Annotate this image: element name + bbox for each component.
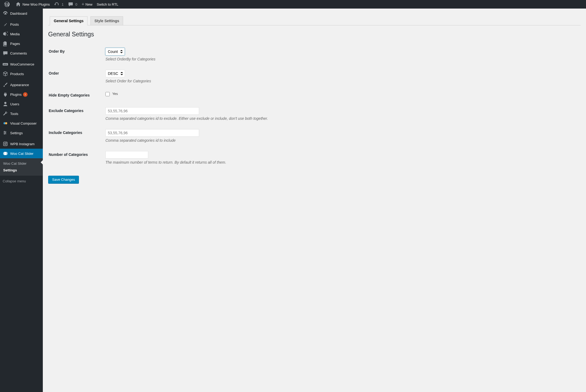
include-label: Include Categories: [49, 125, 102, 147]
exclude-label: Exclude Categories: [49, 103, 102, 125]
save-changes-button[interactable]: Save Changes: [48, 176, 79, 183]
order-select[interactable]: DESC: [105, 70, 125, 77]
svg-rect-2: [3, 142, 7, 146]
admin-sidebar: Dashboard Posts Media Pages Comments woo…: [0, 9, 43, 392]
order-by-help: Select OrderBy for Categories: [105, 57, 577, 61]
order-by-select[interactable]: Count: [105, 48, 125, 55]
updates-count: 1: [62, 2, 63, 6]
sidebar-item-posts[interactable]: Posts: [0, 20, 43, 29]
number-help: The maximum number of terms to return. B…: [105, 160, 577, 164]
site-name: New Woo Plugins: [22, 2, 50, 6]
submenu-woo-cat-slider: Woo Cat Slider Settings: [0, 158, 43, 176]
sidebar-item-label: Visual Composer: [10, 121, 37, 125]
svg-point-4: [6, 143, 7, 143]
rtl-label: Switch to RTL: [97, 2, 118, 6]
sidebar-item-appearance[interactable]: Appearance: [0, 80, 43, 90]
svg-rect-6: [3, 152, 4, 155]
sidebar-item-label: Plugins: [10, 93, 22, 97]
sidebar-item-label: Tools: [10, 112, 18, 116]
number-input[interactable]: [105, 151, 148, 159]
svg-rect-5: [4, 152, 7, 155]
comments-link[interactable]: 0: [66, 0, 79, 9]
tab-style-settings[interactable]: Style Settings: [90, 16, 123, 25]
settings-icon: [3, 130, 8, 136]
instagram-icon: [3, 141, 8, 147]
new-label: New: [85, 2, 92, 6]
wordpress-icon: [4, 2, 10, 7]
plugin-update-badge: 1: [23, 92, 28, 97]
order-label: Order: [49, 66, 102, 87]
sidebar-item-products[interactable]: Products: [0, 69, 43, 79]
sidebar-item-label: Dashboard: [10, 11, 27, 16]
sidebar-item-label: Pages: [10, 42, 20, 46]
sidebar-item-wpb-instagram[interactable]: WPB Instagram: [0, 139, 43, 149]
plug-icon: [3, 92, 8, 97]
hide-empty-label: Hide Empty Categories: [49, 88, 102, 103]
settings-form: Order By Count Select OrderBy for Catego…: [48, 43, 581, 169]
brush-icon: [3, 82, 8, 87]
order-by-label: Order By: [49, 44, 102, 65]
order-help: Select Order for Categories: [105, 79, 577, 83]
user-icon: [3, 101, 8, 107]
wrench-icon: [3, 111, 8, 116]
sidebar-item-comments[interactable]: Comments: [0, 48, 43, 58]
site-home-link[interactable]: New Woo Plugins: [13, 0, 52, 9]
sidebar-item-label: Users: [10, 102, 19, 106]
media-icon: [3, 31, 8, 37]
sidebar-item-label: Appearance: [10, 83, 29, 87]
pages-icon: [3, 41, 8, 46]
exclude-help: Comma separated categories id to exclude…: [105, 116, 577, 121]
number-label: Number of Categories: [49, 147, 102, 168]
sidebar-item-users[interactable]: Users: [0, 99, 43, 109]
switch-rtl-link[interactable]: Switch to RTL: [94, 0, 120, 9]
dashboard-icon: [3, 11, 8, 16]
svg-point-1: [5, 122, 7, 124]
wp-logo[interactable]: [2, 0, 13, 9]
products-icon: [3, 71, 8, 76]
tab-general-settings[interactable]: General Settings: [50, 16, 87, 25]
page-title: General Settings: [48, 31, 581, 38]
sidebar-item-label: Comments: [10, 51, 27, 55]
hide-empty-checkbox-wrap[interactable]: Yes: [105, 92, 118, 96]
submenu-item-settings[interactable]: Settings: [0, 167, 43, 174]
comment-icon: [68, 2, 73, 7]
sidebar-item-label: Settings: [10, 131, 23, 135]
updates-icon: [54, 2, 59, 7]
vc-icon: [3, 121, 8, 126]
new-content-link[interactable]: + New: [79, 0, 95, 9]
tabs-wrapper: General Settings Style Settings: [48, 14, 581, 25]
sidebar-item-label: Media: [10, 32, 20, 36]
main-content: General Settings Style Settings General …: [43, 9, 586, 194]
include-input[interactable]: [105, 129, 199, 137]
sidebar-item-label: WPB Instagram: [10, 142, 35, 146]
collapse-menu-button[interactable]: Collapse menu: [0, 177, 43, 185]
svg-rect-7: [7, 152, 7, 155]
pin-icon: [3, 22, 8, 27]
woo-icon: woo: [3, 62, 8, 67]
sidebar-item-settings[interactable]: Settings: [0, 128, 43, 138]
sidebar-item-media[interactable]: Media: [0, 29, 43, 39]
sidebar-item-label: Products: [10, 72, 24, 76]
updates-link[interactable]: 1: [52, 0, 66, 9]
comment-icon: [3, 51, 8, 56]
sidebar-item-plugins[interactable]: Plugins1: [0, 90, 43, 99]
home-icon: [16, 2, 21, 7]
sidebar-item-label: WooCommerce: [10, 62, 34, 66]
svg-point-3: [5, 143, 6, 145]
sidebar-item-dashboard[interactable]: Dashboard: [0, 9, 43, 18]
sidebar-item-visual-composer[interactable]: Visual Composer: [0, 118, 43, 128]
plus-icon: +: [82, 2, 85, 7]
submenu-item-main[interactable]: Woo Cat Slider: [0, 160, 43, 167]
sidebar-item-tools[interactable]: Tools: [0, 109, 43, 118]
collapse-label: Collapse menu: [3, 179, 26, 183]
slider-icon: [3, 151, 8, 156]
exclude-input[interactable]: [105, 107, 199, 115]
sidebar-item-label: Woo Cat Slider: [10, 152, 33, 156]
sidebar-item-pages[interactable]: Pages: [0, 39, 43, 48]
sidebar-item-woo-cat-slider[interactable]: Woo Cat Slider: [0, 149, 43, 158]
comments-count: 0: [75, 2, 77, 6]
hide-empty-checkbox[interactable]: [105, 92, 110, 96]
sidebar-item-woocommerce[interactable]: wooWooCommerce: [0, 59, 43, 69]
admin-toolbar: New Woo Plugins 1 0 + New Switch to RTL: [0, 0, 586, 9]
include-help: Comma separated categories id to include: [105, 138, 577, 143]
